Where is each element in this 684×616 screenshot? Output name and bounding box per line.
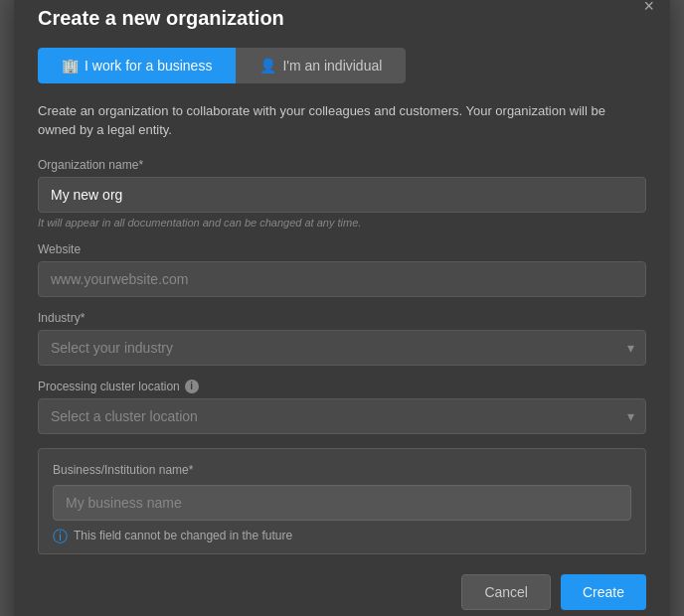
website-label: Website xyxy=(38,242,646,256)
industry-select[interactable]: Select your industry xyxy=(38,330,646,366)
modal-title: Create a new organization xyxy=(38,7,646,30)
org-name-group: Organization name* It will appear in all… xyxy=(38,158,646,229)
create-button[interactable]: Create xyxy=(561,574,646,610)
org-name-label: Organization name* xyxy=(38,158,646,172)
description-text: Create an organization to collaborate wi… xyxy=(38,101,646,140)
info-icon[interactable]: i xyxy=(185,380,199,393)
tab-business[interactable]: 🏢 I work for a business xyxy=(38,48,236,83)
org-name-hint: It will appear in all documentation and … xyxy=(38,217,646,229)
industry-label: Industry* xyxy=(38,311,646,325)
industry-group: Industry* Select your industry ▾ xyxy=(38,311,646,366)
close-button[interactable]: × xyxy=(643,0,654,15)
website-group: Website xyxy=(38,242,646,297)
tab-group: 🏢 I work for a business 👤 I'm an individ… xyxy=(38,48,406,83)
cluster-label-row: Processing cluster location i xyxy=(38,380,646,393)
tab-individual[interactable]: 👤 I'm an individual xyxy=(236,48,406,83)
cluster-label: Processing cluster location xyxy=(38,380,180,393)
cluster-group: Processing cluster location i Select a c… xyxy=(38,380,646,434)
org-name-input[interactable] xyxy=(38,177,646,213)
warning-row: ⓘ This field cannot be changed in the fu… xyxy=(53,529,631,543)
business-name-input[interactable] xyxy=(53,485,631,521)
cluster-select[interactable]: Select a cluster location xyxy=(38,398,646,434)
business-hint-text: This field cannot be changed in the futu… xyxy=(74,529,292,542)
tab-business-label: I work for a business xyxy=(85,58,212,74)
business-icon: 🏢 xyxy=(62,58,79,74)
industry-select-wrapper: Select your industry ▾ xyxy=(38,330,646,366)
info-circle-icon: ⓘ xyxy=(53,529,68,543)
business-box: Business/Institution name* ⓘ This field … xyxy=(38,448,646,554)
website-input[interactable] xyxy=(38,261,646,297)
business-box-label: Business/Institution name* xyxy=(53,463,631,477)
modal-footer: Cancel Create xyxy=(38,574,646,610)
tab-individual-label: I'm an individual xyxy=(282,58,382,74)
cancel-button[interactable]: Cancel xyxy=(461,574,551,610)
modal: × Create a new organization 🏢 I work for… xyxy=(14,0,670,616)
cluster-select-wrapper: Select a cluster location ▾ xyxy=(38,398,646,434)
individual-icon: 👤 xyxy=(259,58,276,74)
